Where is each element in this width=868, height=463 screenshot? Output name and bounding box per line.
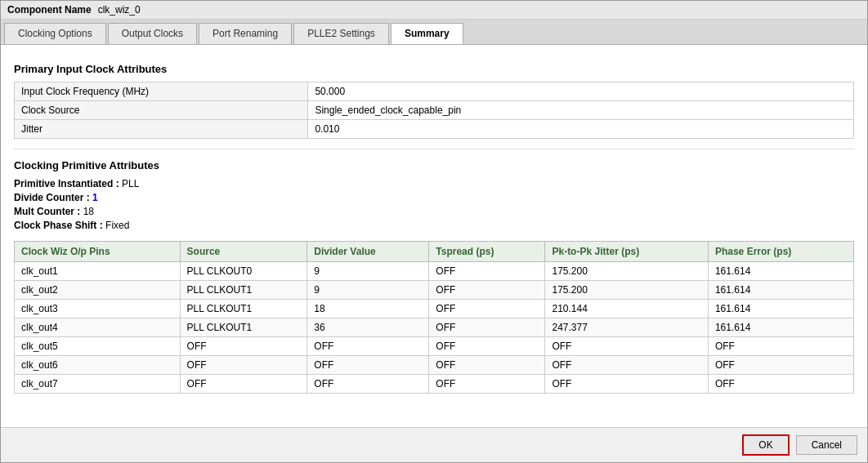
cell-jitter: 175.200 [545, 262, 708, 281]
primary-input-section-title: Primary Input Clock Attributes [14, 63, 854, 75]
cell-source: OFF [180, 337, 307, 356]
primitive-instantiated-row: Primitive Instantiated : PLL [14, 178, 854, 189]
col-header-source: Source [180, 242, 307, 262]
tab-port-renaming[interactable]: Port Renaming [199, 23, 292, 44]
cell-jitter: OFF [545, 337, 708, 356]
col-header-divider: Divider Value [307, 242, 429, 262]
cell-pin: clk_out6 [15, 356, 181, 375]
mult-counter-value: 18 [83, 206, 94, 217]
title-bar: Component Name clk_wiz_0 [1, 1, 867, 20]
cell-divider: 36 [307, 318, 429, 337]
cell-tspread: OFF [429, 356, 545, 375]
cell-pin: clk_out7 [15, 375, 181, 394]
cell-source: OFF [180, 356, 307, 375]
table-row: clk_out3PLL CLKOUT118OFF210.144161.614 [15, 300, 854, 318]
mult-counter-label: Mult Counter : [14, 206, 80, 217]
cell-source: PLL CLKOUT0 [180, 262, 307, 281]
cell-pin: clk_out3 [15, 300, 181, 318]
cell-divider: OFF [307, 356, 429, 375]
cancel-button[interactable]: Cancel [796, 435, 857, 455]
table-row: Input Clock Frequency (MHz) 50.000 [15, 82, 854, 101]
clock-phase-shift-value: Fixed [105, 220, 129, 231]
cell-jitter: 247.377 [545, 318, 708, 337]
ok-button[interactable]: OK [742, 434, 789, 456]
table-row: clk_out2PLL CLKOUT19OFF175.200161.614 [15, 281, 854, 300]
cell-divider: OFF [307, 375, 429, 394]
cell-source: PLL CLKOUT1 [180, 281, 307, 300]
cell-jitter: 210.144 [545, 300, 708, 318]
cell-pin: clk_out5 [15, 337, 181, 356]
component-name-value: clk_wiz_0 [98, 4, 141, 16]
cell-tspread: OFF [429, 375, 545, 394]
table-row: clk_out5OFFOFFOFFOFFOFF [15, 337, 854, 356]
cell-phase-error: 161.614 [708, 300, 853, 318]
cell-pin: clk_out1 [15, 262, 181, 281]
cell-phase-error: 161.614 [708, 262, 853, 281]
tab-summary[interactable]: Summary [391, 23, 463, 44]
cell-pin: clk_out2 [15, 281, 181, 300]
cell-divider: 9 [307, 262, 429, 281]
cell-jitter: 175.200 [545, 281, 708, 300]
tab-output-clocks[interactable]: Output Clocks [108, 23, 197, 44]
tab-plle2-settings[interactable]: PLLE2 Settings [293, 23, 389, 44]
content-area: Primary Input Clock Attributes Input Clo… [1, 45, 867, 427]
divide-counter-label: Divide Counter : [14, 192, 90, 203]
clock-table-header-row: Clock Wiz O/p Pins Source Divider Value … [15, 242, 854, 262]
main-window: Component Name clk_wiz_0 Clocking Option… [0, 0, 868, 463]
primary-input-table: Input Clock Frequency (MHz) 50.000 Clock… [14, 82, 854, 139]
jitter-value: 0.010 [308, 120, 854, 139]
cell-tspread: OFF [429, 318, 545, 337]
cell-phase-error: OFF [708, 356, 853, 375]
divide-counter-row: Divide Counter : 1 [14, 192, 854, 203]
col-header-tspread: Tspread (ps) [429, 242, 545, 262]
cell-source: OFF [180, 375, 307, 394]
tab-clocking-options[interactable]: Clocking Options [4, 23, 106, 44]
table-row: clk_out6OFFOFFOFFOFFOFF [15, 356, 854, 375]
input-freq-label: Input Clock Frequency (MHz) [15, 82, 308, 101]
mult-counter-row: Mult Counter : 18 [14, 206, 854, 217]
primitive-instantiated-value: PLL [122, 178, 139, 189]
col-header-jitter: Pk-to-Pk Jitter (ps) [545, 242, 708, 262]
clock-output-table: Clock Wiz O/p Pins Source Divider Value … [14, 241, 854, 394]
col-header-pin: Clock Wiz O/p Pins [15, 242, 181, 262]
primitive-instantiated-label: Primitive Instantiated : [14, 178, 119, 189]
input-freq-value: 50.000 [308, 82, 854, 101]
cell-phase-error: 161.614 [708, 318, 853, 337]
col-header-phase-error: Phase Error (ps) [708, 242, 853, 262]
table-row: Jitter 0.010 [15, 120, 854, 139]
cell-divider: 9 [307, 281, 429, 300]
cell-tspread: OFF [429, 262, 545, 281]
section-divider [14, 149, 854, 149]
cell-tspread: OFF [429, 337, 545, 356]
component-name-label: Component Name [7, 4, 92, 16]
clock-phase-shift-label: Clock Phase Shift : [14, 220, 103, 231]
cell-phase-error: OFF [708, 375, 853, 394]
jitter-label: Jitter [15, 120, 308, 139]
clock-source-label: Clock Source [15, 101, 308, 120]
divide-counter-value: 1 [92, 192, 98, 203]
cell-tspread: OFF [429, 281, 545, 300]
table-row: Clock Source Single_ended_clock_capable_… [15, 101, 854, 120]
clocking-primitive-section-title: Clocking Primitive Attributes [14, 159, 854, 171]
cell-phase-error: OFF [708, 337, 853, 356]
footer: OK Cancel [1, 427, 867, 462]
table-row: clk_out1PLL CLKOUT09OFF175.200161.614 [15, 262, 854, 281]
cell-jitter: OFF [545, 375, 708, 394]
cell-pin: clk_out4 [15, 318, 181, 337]
table-row: clk_out4PLL CLKOUT136OFF247.377161.614 [15, 318, 854, 337]
primitive-section: Primitive Instantiated : PLL Divide Coun… [14, 178, 854, 231]
cell-phase-error: 161.614 [708, 281, 853, 300]
tabs-bar: Clocking Options Output Clocks Port Rena… [1, 20, 867, 45]
cell-tspread: OFF [429, 300, 545, 318]
cell-divider: 18 [307, 300, 429, 318]
cell-source: PLL CLKOUT1 [180, 300, 307, 318]
clock-source-value: Single_ended_clock_capable_pin [308, 101, 854, 120]
table-row: clk_out7OFFOFFOFFOFFOFF [15, 375, 854, 394]
clock-phase-shift-row: Clock Phase Shift : Fixed [14, 220, 854, 231]
cell-divider: OFF [307, 337, 429, 356]
cell-jitter: OFF [545, 356, 708, 375]
cell-source: PLL CLKOUT1 [180, 318, 307, 337]
